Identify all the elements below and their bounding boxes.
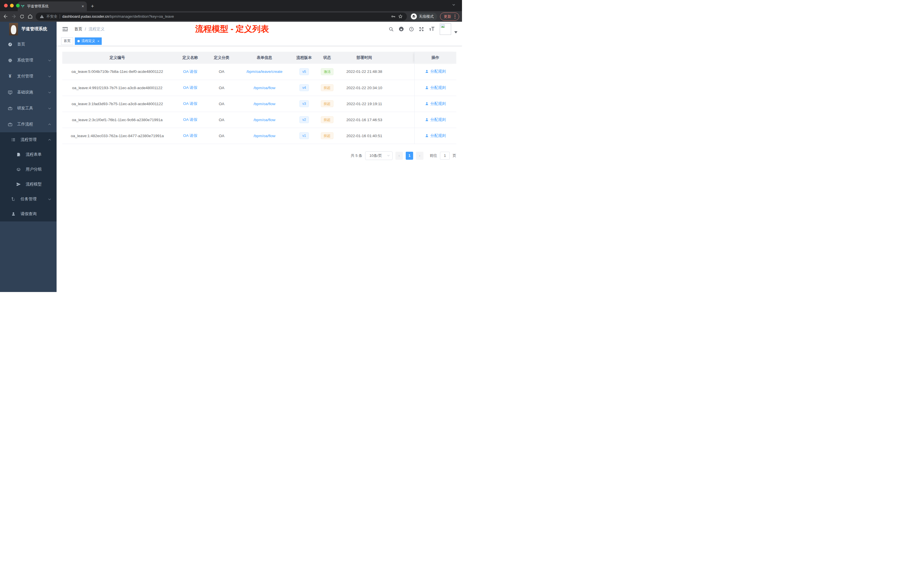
col-form-info: 表单信息 — [235, 52, 294, 64]
tag-home[interactable]: 首页 — [61, 38, 73, 45]
chevron-down-icon — [48, 107, 51, 110]
definition-category: OA — [208, 80, 235, 96]
definition-category: OA — [208, 96, 235, 112]
breadcrumb: 首页 / 流程定义 — [74, 26, 105, 32]
form-info-link[interactable]: /bpm/oa/leave/create — [246, 69, 282, 74]
fullscreen-icon[interactable] — [419, 26, 424, 32]
tab-search-chevron-icon[interactable] — [452, 3, 456, 7]
reload-icon[interactable] — [20, 14, 25, 19]
avatar[interactable] — [440, 23, 451, 35]
version-tag: v5 — [299, 68, 309, 75]
form-info-link[interactable]: /bpm/oa/flow — [253, 86, 276, 90]
address-bar[interactable]: 不安全 dashboard.yudao.iocoder.cn/bpm/manag… — [36, 13, 407, 21]
minimize-window-button[interactable] — [10, 4, 14, 7]
filler-cell — [389, 128, 414, 144]
status-tag: 挂起 — [321, 116, 333, 123]
sidebar-item-devtools[interactable]: 研发工具 — [0, 100, 56, 116]
active-dot — [78, 40, 80, 42]
sidebar-item-user-group[interactable]: 用户分组 — [0, 162, 56, 177]
col-definition-category: 定义分类 — [208, 52, 235, 64]
search-icon[interactable] — [389, 26, 394, 32]
sidebar-item-home[interactable]: 首页 — [0, 36, 56, 52]
sidebar-item-task-management[interactable]: 任务管理 — [0, 192, 56, 206]
definition-category: OA — [208, 64, 235, 80]
deploy-time: 2022-01-22 21:48:38 — [340, 64, 389, 80]
goto-label: 前往 — [430, 153, 437, 158]
collapse-sidebar-icon[interactable] — [61, 26, 69, 32]
form-info-link[interactable]: /bpm/oa/flow — [253, 102, 276, 106]
definition-name-link[interactable]: OA 请假 — [183, 134, 198, 138]
favicon-sprout-icon — [21, 4, 25, 8]
next-page-button[interactable]: › — [416, 152, 423, 160]
col-deploy-time: 部署时间 — [340, 52, 389, 64]
close-window-button[interactable] — [4, 4, 8, 7]
home-icon[interactable] — [27, 14, 33, 19]
assign-rule-link[interactable]: 分配规则 — [425, 117, 446, 122]
svg-text:?: ? — [411, 28, 412, 31]
tags-view: 首页 流程定义 × — [56, 36, 462, 46]
security-label[interactable]: 不安全 — [46, 14, 58, 19]
warning-icon — [40, 14, 44, 18]
prev-page-button[interactable]: ‹ — [396, 152, 403, 160]
sidebar-item-system[interactable]: 系统管理 — [0, 52, 56, 68]
browser-tab[interactable]: 芋道管理系统 × — [18, 2, 87, 11]
assign-rule-link[interactable]: 分配规则 — [425, 101, 446, 106]
definition-name-link[interactable]: OA 请假 — [183, 101, 198, 106]
version-tag: v3 — [299, 100, 309, 107]
pagination: 共 5 条 10条/页 ‹ 1 › 前往 页 — [62, 152, 456, 160]
tag-close-icon[interactable]: × — [97, 40, 99, 43]
chevron-down-icon — [48, 198, 51, 201]
breadcrumb-current: 流程定义 — [89, 26, 105, 32]
breadcrumb-home[interactable]: 首页 — [74, 26, 82, 32]
goto-page-input[interactable] — [440, 152, 450, 160]
forward-icon[interactable] — [11, 14, 16, 19]
help-icon[interactable]: ? — [409, 26, 414, 32]
assign-rule-link[interactable]: 分配规则 — [425, 133, 446, 138]
chevron-down-icon — [48, 91, 51, 94]
tag-process-definition[interactable]: 流程定义 × — [75, 38, 102, 45]
table-row: oa_leave:5:004b710b-7b8a-11ec-8ef0-acde4… — [62, 64, 456, 80]
sidebar-item-payment[interactable]: ¥ 支付管理 — [0, 68, 56, 84]
sidebar-menu: 首页 系统管理 ¥ 支付管理 — [0, 36, 56, 292]
tab-close-icon[interactable]: × — [82, 4, 84, 8]
sidebar-item-process-model[interactable]: 流程模型 — [0, 177, 56, 192]
sidebar-item-workflow[interactable]: 工作流程 — [0, 116, 56, 132]
definition-name-link[interactable]: OA 请假 — [183, 117, 198, 122]
page-label: 页 — [452, 153, 456, 158]
window-controls[interactable] — [4, 4, 20, 7]
font-size-icon[interactable] — [429, 26, 435, 31]
filler-cell — [389, 80, 414, 96]
sidebar-item-infra[interactable]: 基础设施 — [0, 84, 56, 100]
bookmark-star-icon[interactable] — [398, 14, 403, 19]
broken-image-icon — [441, 24, 445, 28]
table-body: oa_leave:5:004b710b-7b8a-11ec-8ef0-acde4… — [62, 64, 456, 144]
sidebar-item-leave-query[interactable]: 请假查询 — [0, 206, 56, 221]
avatar-caret-icon[interactable] — [454, 31, 457, 35]
key-icon[interactable] — [391, 14, 396, 19]
maximize-window-button[interactable] — [16, 4, 20, 7]
sidebar-item-process-form[interactable]: 流程表单 — [0, 147, 56, 162]
person-icon — [425, 69, 429, 73]
sidebar-item-process-management[interactable]: 流程管理 — [0, 132, 56, 147]
back-icon[interactable] — [3, 14, 8, 19]
update-button[interactable]: 更新 — [440, 13, 459, 21]
form-info-link[interactable]: /bpm/oa/flow — [253, 134, 276, 138]
definition-name-link[interactable]: OA 请假 — [183, 69, 198, 74]
definition-id: oa_leave:4:991f2193-7b7f-11ec-a3c8-acde4… — [62, 80, 172, 96]
col-definition-id: 定义编号 — [62, 52, 172, 64]
chevron-down-icon — [48, 59, 51, 62]
form-info-link[interactable]: /bpm/oa/flow — [253, 118, 276, 122]
new-tab-button[interactable]: + — [91, 3, 94, 10]
page-size-select[interactable]: 10条/页 — [365, 152, 393, 160]
current-page-button[interactable]: 1 — [406, 152, 413, 160]
assign-rule-link[interactable]: 分配规则 — [425, 85, 446, 90]
briefcase-icon — [7, 122, 13, 127]
browser-menu-icon[interactable] — [455, 15, 455, 18]
github-icon[interactable] — [399, 26, 404, 32]
col-actions: 操作 — [414, 52, 456, 64]
definition-name-link[interactable]: OA 请假 — [183, 86, 198, 90]
status-tag: 激活 — [321, 68, 333, 75]
assign-rule-link[interactable]: 分配规则 — [425, 69, 446, 74]
app-logo[interactable]: 芋道管理系统 — [0, 22, 56, 36]
chevron-down-icon — [48, 74, 51, 78]
